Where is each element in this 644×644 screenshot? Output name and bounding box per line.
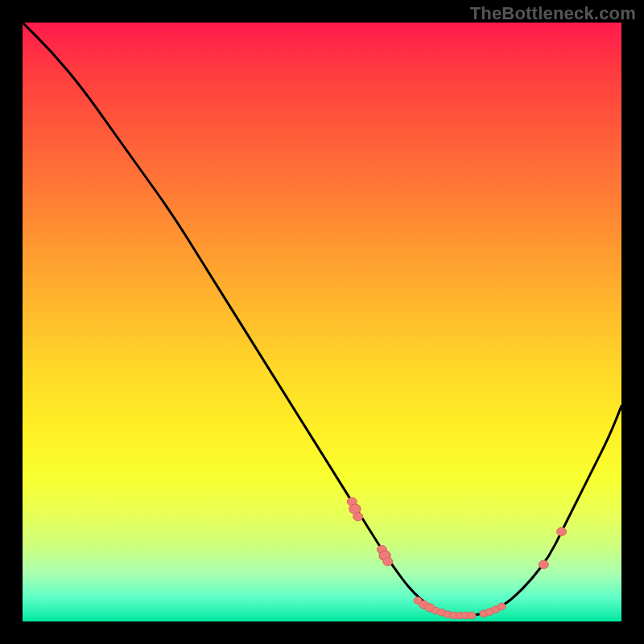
- data-marker: [557, 527, 567, 535]
- chart-svg: [23, 23, 621, 621]
- bottleneck-curve: [23, 23, 621, 616]
- data-marker: [353, 513, 363, 521]
- data-marker: [539, 560, 548, 568]
- chart-frame: [23, 23, 621, 621]
- watermark-text: TheBottleneck.com: [470, 3, 636, 24]
- data-marker: [383, 558, 393, 566]
- data-marker: [468, 612, 476, 619]
- data-markers: [347, 497, 566, 619]
- data-marker: [497, 603, 506, 610]
